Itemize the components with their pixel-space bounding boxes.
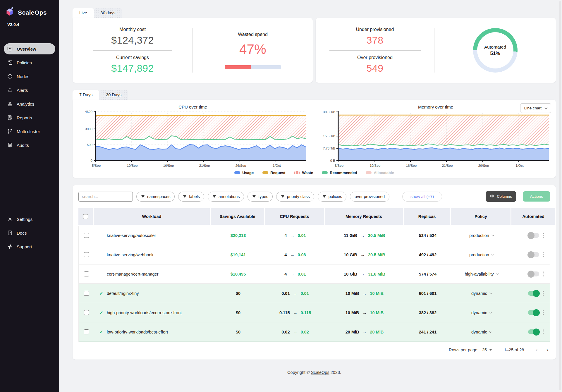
column-header-cpu-requests[interactable]: CPU Requests <box>265 208 325 225</box>
svg-text:1/Oct: 1/Oct <box>273 164 281 167</box>
filter-chip-annotations[interactable]: annotations <box>208 192 244 202</box>
sidebar-item-reports[interactable]: Reports <box>4 112 55 123</box>
row-checkbox-cell <box>79 329 94 334</box>
divider <box>93 50 172 51</box>
sidebar-item-policies[interactable]: Policies <box>4 57 55 68</box>
sidebar-item-alerts[interactable]: Alerts <box>4 85 55 96</box>
replicas-value: 574 / 574 <box>419 272 436 276</box>
scaleops-link[interactable]: ScaleOps <box>311 370 329 375</box>
row-menu-button[interactable] <box>542 309 545 316</box>
svg-text:26/Sep: 26/Sep <box>478 164 489 167</box>
replicas-cell: 601 / 601 <box>404 291 451 296</box>
row-checkbox[interactable] <box>84 310 89 315</box>
automated-cell <box>512 329 556 334</box>
rows-per-page-select[interactable]: 25 <box>482 348 492 352</box>
row-checkbox[interactable] <box>84 329 89 334</box>
row-menu-button[interactable] <box>542 290 545 297</box>
next-page-button[interactable]: › <box>546 347 548 353</box>
tab-30-days[interactable]: 30 days <box>94 8 122 18</box>
automated-label: Automated <box>484 44 506 50</box>
svg-text:30.8 TiB: 30.8 TiB <box>323 110 336 114</box>
legend-label: Allocatable <box>374 171 394 175</box>
cpu-chart-box: CPU over time 01500300046205/Sep10/Sep16… <box>77 103 308 169</box>
optimized-check-icon: ✓ <box>99 329 103 335</box>
tab-live[interactable]: Live <box>73 8 94 18</box>
column-header-workload[interactable]: Workload <box>94 208 211 225</box>
sidebar-item-analytics[interactable]: Analytics <box>4 98 55 109</box>
filter-chip-labels[interactable]: labels <box>178 192 204 202</box>
sidebar-item-support[interactable]: Support <box>4 241 55 252</box>
workload-name: low-priority-workloads/best-effort <box>107 330 168 334</box>
previous-page-button[interactable]: ‹ <box>536 347 537 353</box>
policy-select[interactable]: production <box>469 233 494 238</box>
row-menu-button[interactable] <box>542 270 545 278</box>
automated-toggle[interactable] <box>528 329 539 334</box>
svg-text:16/Sep: 16/Sep <box>163 164 174 167</box>
sidebar-item-multi-cluster[interactable]: Multi cluster <box>4 126 55 137</box>
savings-value: $0 <box>236 291 240 296</box>
legend-item-request[interactable]: Request <box>262 171 285 175</box>
columns-button[interactable]: Columns <box>486 191 516 202</box>
savings-cell: $0 <box>211 291 265 296</box>
automated-cell <box>512 233 556 238</box>
legend-item-allocatable[interactable]: Allocatable <box>366 171 394 175</box>
search-input[interactable] <box>78 192 133 202</box>
legend-item-usage[interactable]: Usage <box>234 171 254 175</box>
row-menu-button[interactable] <box>542 328 545 336</box>
automated-toggle[interactable] <box>528 310 539 315</box>
arrow-right-icon: → <box>290 252 294 257</box>
filter-chip-over-provisioned[interactable]: over provisioned <box>350 192 389 202</box>
legend-item-waste[interactable]: Waste <box>294 171 313 175</box>
automated-toggle[interactable] <box>528 291 539 296</box>
policy-select[interactable]: dynamic <box>471 310 492 315</box>
chart-type-select[interactable]: Line chart <box>520 103 551 113</box>
column-header-savings-available[interactable]: Savings Available <box>211 208 265 225</box>
policy-select[interactable]: dynamic <box>471 291 492 296</box>
sidebar-item-nodes[interactable]: Nodes <box>4 71 55 82</box>
filter-chip-namespaces[interactable]: namespaces <box>136 192 175 202</box>
column-header-memory-requests[interactable]: Memory Requests <box>325 208 404 225</box>
automated-percent: 51% <box>490 51 500 56</box>
sidebar-item-docs[interactable]: Docs <box>4 227 55 238</box>
actions-button[interactable]: Actions <box>523 191 550 202</box>
policy-select[interactable]: high-availability <box>465 272 498 276</box>
legend-label: Waste <box>302 171 313 175</box>
column-header-policy[interactable]: Policy <box>451 208 511 225</box>
filter-chip-policies[interactable]: policies <box>318 192 347 202</box>
sidebar-item-settings[interactable]: Settings <box>4 214 55 225</box>
row-checkbox[interactable] <box>84 252 89 257</box>
memory-current: 10 MiB <box>346 291 359 296</box>
row-menu-button[interactable] <box>542 251 545 258</box>
row-checkbox[interactable] <box>84 271 89 276</box>
policy-select[interactable]: production <box>469 252 494 257</box>
filter-chip-priority-class[interactable]: priority class <box>276 192 314 202</box>
savings-value: $0 <box>236 310 240 315</box>
legend-item-recommended[interactable]: Recommended <box>322 171 357 175</box>
automated-toggle[interactable] <box>528 271 539 276</box>
sidebar-item-label: Overview <box>17 47 36 51</box>
automated-toggle[interactable] <box>528 252 539 257</box>
sidebar-item-audits[interactable]: Audits <box>4 140 55 151</box>
sidebar-item-overview[interactable]: Overview <box>4 43 55 54</box>
policy-value: production <box>469 252 489 257</box>
scrollbar[interactable] <box>559 1 561 390</box>
svg-text:21/Sep: 21/Sep <box>442 164 453 167</box>
row-checkbox[interactable] <box>84 291 89 296</box>
row-checkbox[interactable] <box>84 233 89 238</box>
table-body: knative-serving/autoscaler$20,2134→0.011… <box>78 226 550 342</box>
sidebar-nav-bottom: SettingsDocsSupport <box>0 214 59 252</box>
gear-icon <box>7 216 13 222</box>
tab-30-days-charts[interactable]: 30 Days <box>99 90 128 100</box>
savings-cell: $20,213 <box>211 233 265 238</box>
select-all-checkbox[interactable] <box>83 214 88 219</box>
row-menu-button[interactable] <box>542 232 545 239</box>
provisioning-column: Under provisioned 378 Over provisioned 5… <box>316 27 434 74</box>
column-header-replicas[interactable]: Replicas <box>404 208 451 225</box>
tab-7-days[interactable]: 7 Days <box>73 90 99 100</box>
policy-select[interactable]: dynamic <box>471 330 492 334</box>
show-all-filters-button[interactable]: show all (+7) <box>402 192 442 202</box>
column-header-automated[interactable]: Automated <box>511 208 555 225</box>
filter-chip-types[interactable]: types <box>248 192 272 202</box>
automated-toggle[interactable] <box>528 233 539 238</box>
memory-current: 10 GiB <box>344 252 357 257</box>
